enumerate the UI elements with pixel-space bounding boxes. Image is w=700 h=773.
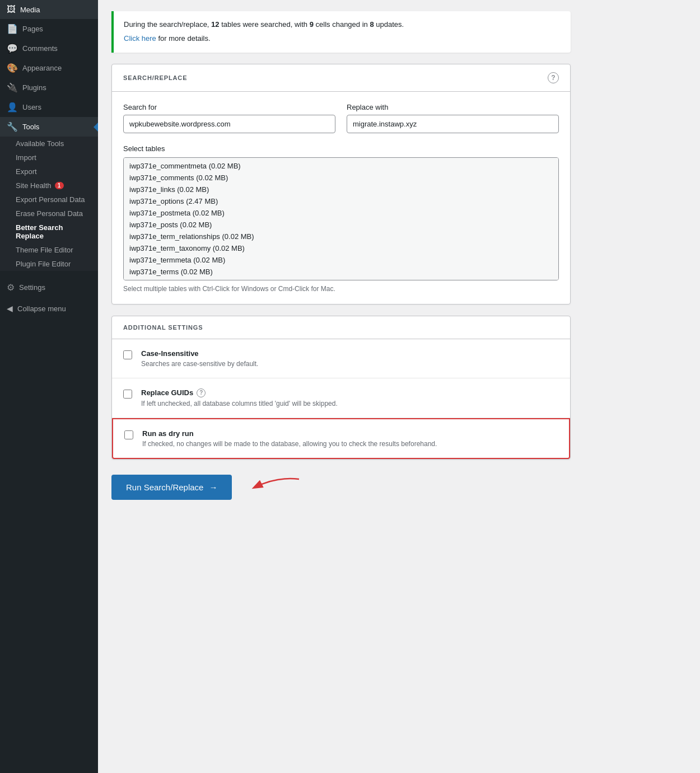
settings-icon: ⚙ bbox=[7, 282, 15, 293]
search-replace-form-row: Search for Replace with bbox=[123, 103, 559, 133]
replace-label: Replace with bbox=[347, 103, 559, 111]
tables-hint: Select multiple tables with Ctrl-Click f… bbox=[123, 285, 559, 293]
sidebar-item-export[interactable]: Export bbox=[0, 165, 98, 179]
case-insensitive-text: Case-Insensitive Searches are case-sensi… bbox=[141, 349, 559, 368]
run-search-replace-button[interactable]: Run Search/Replace → bbox=[111, 475, 232, 500]
sidebar-label-comments: Comments bbox=[22, 44, 58, 53]
replace-guids-checkbox[interactable] bbox=[123, 390, 132, 399]
main-content: During the search/replace, 12 tables wer… bbox=[98, 0, 700, 773]
notice-text: During the search/replace, 12 tables wer… bbox=[124, 20, 404, 29]
sidebar-label-tools: Tools bbox=[22, 123, 39, 131]
tables-section: Select tables iwp371e_commentmeta (0.02 … bbox=[123, 144, 559, 293]
comments-icon: 💬 bbox=[7, 43, 18, 54]
sidebar-item-appearance[interactable]: 🎨 Appearance bbox=[0, 58, 98, 78]
sidebar-item-tools[interactable]: 🔧 Tools bbox=[0, 117, 98, 137]
sidebar-label-media: Media bbox=[20, 6, 40, 14]
sidebar-item-available-tools[interactable]: Available Tools bbox=[0, 137, 98, 151]
annotation-arrow-svg bbox=[243, 471, 310, 504]
export-personal-data-label: Export Personal Data bbox=[16, 195, 85, 204]
sidebar-item-better-search-replace[interactable]: Better Search Replace bbox=[0, 221, 98, 243]
sidebar-label-appearance: Appearance bbox=[22, 64, 62, 72]
pages-icon: 📄 bbox=[7, 24, 18, 34]
appearance-icon: 🎨 bbox=[7, 63, 18, 73]
sidebar-label-users: Users bbox=[22, 103, 41, 111]
search-replace-help-icon[interactable]: ? bbox=[548, 72, 559, 83]
plugins-icon: 🔌 bbox=[7, 82, 18, 93]
sidebar-item-comments[interactable]: 💬 Comments bbox=[0, 39, 98, 58]
sidebar-item-plugins[interactable]: 🔌 Plugins bbox=[0, 78, 98, 97]
tables-label: Select tables bbox=[123, 144, 559, 153]
search-input[interactable] bbox=[123, 115, 335, 133]
sidebar-item-plugin-file-editor[interactable]: Plugin File Editor bbox=[0, 257, 98, 271]
replace-guids-title: Replace GUIDs ? bbox=[141, 388, 559, 397]
export-label: Export bbox=[16, 167, 37, 176]
collapse-menu-button[interactable]: ◀ Collapse menu bbox=[0, 299, 98, 317]
sidebar-item-users[interactable]: 👤 Users bbox=[0, 97, 98, 117]
sidebar-item-import[interactable]: Import bbox=[0, 151, 98, 165]
collapse-label: Collapse menu bbox=[17, 304, 66, 313]
search-replace-card-body: Search for Replace with Select tables iw… bbox=[112, 92, 570, 304]
case-insensitive-checkbox[interactable] bbox=[123, 350, 132, 359]
replace-input[interactable] bbox=[347, 115, 559, 133]
notice-link-suffix: for more details. bbox=[156, 34, 211, 43]
search-col: Search for bbox=[123, 103, 335, 133]
sidebar-item-site-health[interactable]: Site Health 1 bbox=[0, 179, 98, 193]
sidebar-label-settings: Settings bbox=[19, 283, 45, 292]
search-label: Search for bbox=[123, 103, 335, 111]
additional-settings-card: ADDITIONAL SETTINGS Case-Insensitive Sea… bbox=[111, 316, 571, 460]
search-replace-card-header: SEARCH/REPLACE ? bbox=[112, 64, 570, 92]
replace-guids-desc: If left unchecked, all database columns … bbox=[141, 400, 559, 407]
sidebar-item-export-personal-data[interactable]: Export Personal Data bbox=[0, 193, 98, 207]
dry-run-text: Run as dry run If checked, no changes wi… bbox=[142, 429, 558, 448]
notice-link[interactable]: Click here bbox=[124, 34, 156, 43]
tools-icon: 🔧 bbox=[7, 121, 18, 132]
sidebar-item-pages[interactable]: 📄 Pages bbox=[0, 19, 98, 39]
theme-file-editor-label: Theme File Editor bbox=[16, 246, 73, 254]
site-health-badge: 1 bbox=[55, 182, 64, 189]
additional-settings-title: ADDITIONAL SETTINGS bbox=[123, 324, 203, 331]
erase-personal-data-label: Erase Personal Data bbox=[16, 209, 83, 218]
site-health-label: Site Health bbox=[16, 181, 52, 190]
search-replace-notice: During the search/replace, 12 tables wer… bbox=[111, 11, 571, 53]
sidebar: 🖼 Media 📄 Pages 💬 Comments 🎨 Appearance … bbox=[0, 0, 98, 773]
run-area: Run Search/Replace → bbox=[111, 471, 571, 504]
arrow-annotation bbox=[243, 471, 310, 504]
dry-run-title: Run as dry run bbox=[142, 429, 558, 438]
run-button-arrow: → bbox=[209, 482, 217, 492]
search-replace-title: SEARCH/REPLACE bbox=[123, 74, 187, 81]
media-icon: 🖼 bbox=[7, 4, 16, 15]
case-insensitive-title: Case-Insensitive bbox=[141, 349, 559, 358]
replace-col: Replace with bbox=[347, 103, 559, 133]
additional-settings-header: ADDITIONAL SETTINGS bbox=[112, 316, 570, 339]
tables-select[interactable]: iwp371e_commentmeta (0.02 MB)iwp371e_com… bbox=[123, 157, 559, 280]
sidebar-label-pages: Pages bbox=[22, 25, 43, 33]
sidebar-label-plugins: Plugins bbox=[22, 83, 46, 92]
replace-guids-row: Replace GUIDs ? If left unchecked, all d… bbox=[112, 378, 570, 418]
search-replace-card: SEARCH/REPLACE ? Search for Replace with… bbox=[111, 64, 571, 304]
case-insensitive-desc: Searches are case-sensitive by default. bbox=[141, 360, 559, 368]
tools-active-arrow bbox=[94, 123, 98, 132]
sidebar-item-media[interactable]: 🖼 Media bbox=[0, 0, 98, 19]
sidebar-item-theme-file-editor[interactable]: Theme File Editor bbox=[0, 243, 98, 257]
plugin-file-editor-label: Plugin File Editor bbox=[16, 260, 71, 268]
dry-run-checkbox[interactable] bbox=[124, 430, 133, 439]
sidebar-item-settings[interactable]: ⚙ Settings bbox=[0, 278, 98, 297]
case-insensitive-row: Case-Insensitive Searches are case-sensi… bbox=[112, 339, 570, 378]
tools-submenu: Available Tools Import Export Site Healt… bbox=[0, 137, 98, 271]
import-label: Import bbox=[16, 153, 36, 162]
replace-guids-help-icon[interactable]: ? bbox=[197, 388, 206, 397]
run-button-label: Run Search/Replace bbox=[126, 482, 203, 492]
replace-guids-text: Replace GUIDs ? If left unchecked, all d… bbox=[141, 388, 559, 407]
collapse-icon: ◀ bbox=[7, 304, 13, 313]
users-icon: 👤 bbox=[7, 102, 18, 113]
dry-run-row: Run as dry run If checked, no changes wi… bbox=[112, 418, 570, 459]
sidebar-item-erase-personal-data[interactable]: Erase Personal Data bbox=[0, 207, 98, 221]
better-search-replace-label: Better Search Replace bbox=[16, 223, 91, 240]
available-tools-label: Available Tools bbox=[16, 139, 64, 148]
dry-run-desc: If checked, no changes will be made to t… bbox=[142, 440, 558, 448]
